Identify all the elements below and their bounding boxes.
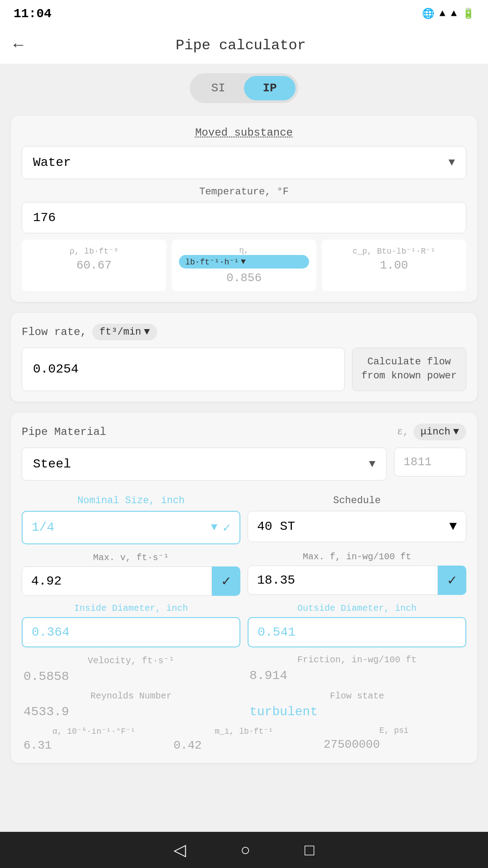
E-label: E, psi (322, 726, 466, 735)
epsilon-unit-value: μinch (421, 426, 450, 438)
cp-value: 1.00 (329, 259, 459, 272)
flow-state-result: Flow state turbulent (248, 691, 466, 719)
nav-square-button[interactable]: □ (305, 840, 314, 859)
viscosity-prop: η, lb·ft⁻¹·h⁻¹ ▼ 0.856 (172, 240, 316, 291)
cp-label: c_p, Btu·lb⁻¹·R⁻¹ (329, 246, 459, 256)
flow-unit-dropdown[interactable]: ft³/min ▼ (92, 324, 157, 340)
alpha-prop: α, 10⁻⁶·in⁻¹·°F⁻¹ 6.31 (22, 726, 166, 752)
schedule-label: Schedule (248, 495, 466, 506)
max-velocity-check[interactable]: ✓ (212, 566, 240, 596)
alpha-label: α, 10⁻⁶·in⁻¹·°F⁻¹ (22, 726, 166, 736)
nav-back-button[interactable]: ◁ (174, 840, 186, 859)
E-prop: E, psi 27500000 (322, 726, 466, 752)
max-velocity-input[interactable] (22, 566, 212, 596)
reynolds-value: 4533.9 (22, 705, 240, 719)
flow-input-row: Calculate flowfrom known power (22, 348, 466, 391)
epsilon-label: ε, (397, 426, 408, 438)
temperature-input[interactable] (22, 202, 466, 233)
substance-dropdown-arrow: ▼ (449, 156, 455, 169)
max-friction-check[interactable]: ✓ (438, 566, 466, 595)
pipe-material-label: Pipe Material (22, 426, 106, 438)
flow-unit-value: ft³/min (99, 326, 141, 338)
max-velocity-item: Max. v, ft·s⁻¹ ✓ (22, 552, 240, 596)
moved-substance-title: Moved substance (22, 127, 466, 139)
viscosity-label: η, lb·ft⁻¹·h⁻¹ ▼ (179, 246, 309, 269)
size-dropdown-icons: ▼ ✓ (211, 520, 230, 535)
pipe-header-row: Pipe Material ε, μinch ▼ (22, 424, 466, 440)
page-title: Pipe calculator (33, 37, 449, 54)
size-check-icon: ✓ (223, 520, 230, 535)
outside-diameter-input[interactable] (248, 617, 466, 647)
max-row: Max. v, ft·s⁻¹ ✓ Max. f, in-wg/100 ft ✓ (22, 552, 466, 596)
temperature-label: Temperature, °F (22, 186, 466, 198)
main-content: SI IP Moved substance Water ▼ Temperatur… (0, 64, 488, 832)
outside-diameter-label: Outside Diameter, inch (248, 603, 466, 613)
epsilon-section: ε, μinch ▼ (397, 424, 466, 440)
back-button[interactable]: ← (14, 36, 23, 55)
earth-icon: 🌐 (422, 8, 434, 20)
max-friction-input[interactable] (248, 566, 438, 595)
max-friction-input-row: ✓ (248, 566, 466, 595)
substance-value: Water (33, 156, 71, 170)
calc-flow-button[interactable]: Calculate flowfrom known power (352, 348, 466, 391)
battery-icon: 🔋 (462, 8, 474, 20)
density-value: 60.67 (29, 259, 159, 272)
mi-value: 0.42 (172, 739, 316, 752)
velocity-result: Velocity, ft·s⁻¹ 0.5858 (22, 655, 240, 684)
reynolds-result: Reynolds Number 4533.9 (22, 691, 240, 719)
pipe-material-dropdown[interactable]: Steel ▼ (22, 448, 387, 481)
nominal-size-dropdown[interactable]: 1/4 ▼ ✓ (22, 511, 240, 544)
reynolds-flowstate-row: Reynolds Number 4533.9 Flow state turbul… (22, 691, 466, 719)
schedule-arrow: ▼ (449, 519, 457, 533)
size-dropdown-arrow: ▼ (211, 521, 217, 533)
nominal-size-label: Nominal Size, inch (22, 495, 240, 506)
bottom-props-row: α, 10⁻⁶·in⁻¹·°F⁻¹ 6.31 m_i, lb·ft⁻¹ 0.42… (22, 726, 466, 752)
mi-prop: m_i, lb·ft⁻¹ 0.42 (172, 726, 316, 752)
viscosity-value: 0.856 (179, 271, 309, 285)
density-prop: ρ, lb·ft⁻³ 60.67 (22, 240, 166, 291)
nav-home-button[interactable]: ○ (240, 840, 250, 859)
viscosity-unit-dropdown[interactable]: lb·ft⁻¹·h⁻¹ ▼ (179, 255, 309, 269)
wifi-icon: ▲ (440, 8, 446, 19)
outside-diameter-col: Outside Diameter, inch (248, 603, 466, 647)
max-friction-item: Max. f, in-wg/100 ft ✓ (248, 552, 466, 596)
schedule-col: Schedule 40 ST ▼ (248, 495, 466, 544)
ip-button[interactable]: IP (244, 76, 296, 100)
velocity-value: 0.5858 (22, 670, 240, 684)
flow-rate-card: Flow rate, ft³/min ▼ Calculate flowfrom … (11, 313, 477, 402)
nav-bar: ◁ ○ □ (0, 832, 488, 868)
diameter-row: Inside Diameter, inch Outside Diameter, … (22, 603, 466, 647)
velocity-label: Velocity, ft·s⁻¹ (22, 655, 240, 666)
mi-label: m_i, lb·ft⁻¹ (172, 726, 316, 736)
moved-substance-card: Moved substance Water ▼ Temperature, °F … (11, 116, 477, 302)
reynolds-label: Reynolds Number (22, 691, 240, 701)
nominal-size-value: 1/4 (32, 520, 54, 534)
epsilon-value: 1811 (394, 448, 466, 476)
nominal-size-col: Nominal Size, inch 1/4 ▼ ✓ (22, 495, 240, 544)
status-time: 11:04 (14, 7, 52, 21)
epsilon-unit-dropdown[interactable]: μinch ▼ (413, 424, 466, 440)
substance-dropdown[interactable]: Water ▼ (22, 146, 466, 179)
velocity-friction-row: Velocity, ft·s⁻¹ 0.5858 Friction, in-wg/… (22, 655, 466, 684)
inside-diameter-label: Inside Diameter, inch (22, 603, 240, 613)
inside-diameter-input[interactable] (22, 617, 240, 647)
alpha-value: 6.31 (22, 739, 166, 752)
schedule-value: 40 ST (257, 519, 295, 533)
friction-value: 8.914 (248, 669, 466, 683)
flow-state-value: turbulent (248, 705, 466, 719)
friction-result: Friction, in-wg/100 ft 8.914 (248, 655, 466, 684)
epsilon-arrow: ▼ (453, 426, 459, 438)
schedule-dropdown[interactable]: 40 ST ▼ (248, 511, 466, 542)
flow-input[interactable] (22, 348, 345, 391)
app-header: ← Pipe calculator (0, 27, 488, 64)
E-value: 27500000 (322, 738, 466, 751)
si-button[interactable]: SI (192, 76, 244, 100)
friction-label: Friction, in-wg/100 ft (248, 655, 466, 665)
max-velocity-label: Max. v, ft·s⁻¹ (22, 552, 240, 563)
density-label: ρ, lb·ft⁻³ (29, 246, 159, 256)
max-velocity-input-row: ✓ (22, 566, 240, 596)
viscosity-dropdown-arrow: ▼ (241, 257, 246, 266)
properties-row: ρ, lb·ft⁻³ 60.67 η, lb·ft⁻¹·h⁻¹ ▼ 0.856 … (22, 240, 466, 291)
flow-header: Flow rate, ft³/min ▼ (22, 324, 466, 340)
pipe-material-card: Pipe Material ε, μinch ▼ Steel ▼ 1811 (11, 413, 477, 763)
